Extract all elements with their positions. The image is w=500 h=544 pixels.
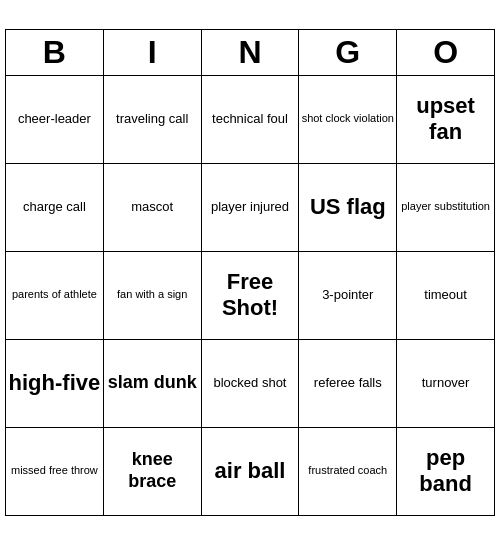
bingo-cell: parents of athlete	[5, 252, 104, 340]
bingo-cell: charge call	[5, 164, 104, 252]
bingo-cell: blocked shot	[202, 340, 300, 428]
bingo-cell: fan with a sign	[104, 252, 202, 340]
bingo-cell: pep band	[397, 428, 495, 516]
bingo-row: missed free throwknee braceair ballfrust…	[5, 428, 495, 516]
bingo-grid: cheer-leadertraveling calltechnical foul…	[5, 76, 495, 516]
bingo-cell: timeout	[397, 252, 495, 340]
bingo-row: high-fiveslam dunkblocked shotreferee fa…	[5, 340, 495, 428]
bingo-cell: mascot	[104, 164, 202, 252]
header-letter: N	[202, 29, 300, 76]
bingo-cell: US flag	[299, 164, 397, 252]
bingo-cell: referee falls	[299, 340, 397, 428]
bingo-cell: knee brace	[104, 428, 202, 516]
bingo-cell: missed free throw	[5, 428, 104, 516]
header-letter: I	[104, 29, 202, 76]
header-letter: O	[397, 29, 495, 76]
bingo-cell: cheer-leader	[5, 76, 104, 164]
bingo-cell: upset fan	[397, 76, 495, 164]
bingo-cell: turnover	[397, 340, 495, 428]
bingo-cell: 3-pointer	[299, 252, 397, 340]
bingo-card: BINGO cheer-leadertraveling calltechnica…	[5, 29, 495, 516]
header-letter: B	[5, 29, 104, 76]
bingo-cell: player injured	[202, 164, 300, 252]
bingo-cell: shot clock violation	[299, 76, 397, 164]
bingo-row: parents of athletefan with a signFree Sh…	[5, 252, 495, 340]
bingo-cell: technical foul	[202, 76, 300, 164]
bingo-row: cheer-leadertraveling calltechnical foul…	[5, 76, 495, 164]
bingo-cell: player substitution	[397, 164, 495, 252]
bingo-cell: high-five	[5, 340, 104, 428]
bingo-cell: frustrated coach	[299, 428, 397, 516]
bingo-cell: Free Shot!	[202, 252, 300, 340]
bingo-cell: slam dunk	[104, 340, 202, 428]
header-letter: G	[299, 29, 397, 76]
bingo-header: BINGO	[5, 29, 495, 76]
bingo-row: charge callmascotplayer injuredUS flagpl…	[5, 164, 495, 252]
bingo-cell: traveling call	[104, 76, 202, 164]
bingo-cell: air ball	[202, 428, 300, 516]
